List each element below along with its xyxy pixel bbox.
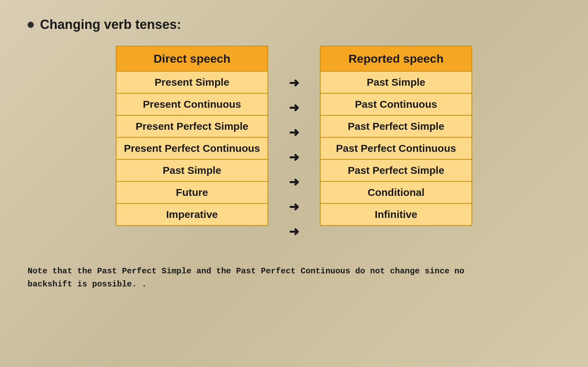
arrow-icon: ➜ — [289, 219, 299, 244]
arrow-icon: ➜ — [289, 170, 299, 195]
arrow-icon: ➜ — [289, 95, 299, 120]
table-row: Past Continuous — [320, 93, 472, 115]
table-row: Present Perfect Continuous — [116, 137, 268, 159]
table-row: Present Simple — [116, 71, 268, 93]
table-row: Imperative — [116, 203, 268, 226]
bullet-title-container: Changing verb tenses: — [28, 17, 560, 32]
note-text: Note that the Past Perfect Simple and th… — [28, 265, 510, 291]
table-row: Infinitive — [320, 203, 472, 226]
table-row: Future — [116, 181, 268, 203]
table-row: Past Perfect Simple — [320, 159, 472, 181]
table-row: Past Simple — [116, 159, 268, 181]
reported-speech-header: Reported speech — [320, 46, 472, 71]
table-row: Present Continuous — [116, 93, 268, 115]
reported-speech-table: Reported speech Past Simple Past Continu… — [320, 46, 472, 226]
arrow-icon: ➜ — [289, 145, 299, 170]
bullet-title-text: Changing verb tenses: — [40, 17, 181, 32]
bullet-dot-icon — [28, 22, 34, 28]
direct-speech-header: Direct speech — [116, 46, 268, 71]
table-row: Past Perfect Simple — [320, 115, 472, 137]
table-row: Past Perfect Continuous — [320, 137, 472, 159]
tables-container: Direct speech Present Simple Present Con… — [28, 46, 560, 244]
table-row: Present Perfect Simple — [116, 115, 268, 137]
arrow-icon: ➜ — [289, 120, 299, 145]
arrow-icon: ➜ — [289, 71, 299, 95]
table-row: Past Simple — [320, 71, 472, 93]
arrow-column: ➜ ➜ ➜ ➜ ➜ ➜ ➜ — [289, 71, 299, 244]
table-row: Conditional — [320, 181, 472, 203]
direct-speech-table: Direct speech Present Simple Present Con… — [116, 46, 268, 226]
arrow-icon: ➜ — [289, 195, 299, 219]
